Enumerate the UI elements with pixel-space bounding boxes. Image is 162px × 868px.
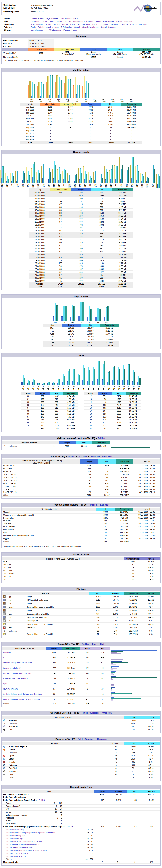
nav-link[interactable]: Versions (100, 23, 108, 25)
nav-link[interactable]: Full list (62, 23, 68, 25)
section-link[interactable]: Full list (82, 643, 89, 645)
value-cell: 993 (91, 247, 112, 250)
page-url-link[interactable]: /ym/comments/feed/ (3, 667, 21, 669)
section-link[interactable]: Full list/Versions (83, 712, 99, 714)
referrer-link[interactable]: http://www.outdoors.org/chapters/narraga… (6, 832, 55, 834)
table-row: 09 Jul 200663290105610.39 MB (29, 215, 133, 218)
nav-link[interactable]: Exit (77, 23, 80, 25)
referrer-link[interactable]: http://www.amc-ny.org (6, 835, 25, 837)
nav-link[interactable]: Search Keyphrases (82, 26, 99, 28)
referrer-link[interactable]: http://www.ct-amc.org (6, 829, 24, 831)
section-link[interactable]: Last visit (78, 455, 87, 458)
referrer-link[interactable]: http://cp.hoster910.com/stats/awstats.ph… (6, 843, 41, 845)
nav-link[interactable]: Days of month (46, 18, 58, 20)
visits-duration-title: Visits duration (2, 553, 160, 556)
origin-full-list-link[interactable]: Full list (67, 826, 73, 828)
section-link[interactable]: Full list (68, 455, 75, 458)
hits-bar (54, 161, 55, 184)
nav-link[interactable]: Last visit (64, 21, 71, 23)
section-link[interactable]: Unknown (102, 712, 112, 714)
nav-link[interactable]: Refering sites (60, 26, 72, 28)
nav-link[interactable]: Miscellaneous (31, 29, 43, 31)
value-cell: 273.85 KB (121, 126, 141, 129)
page-url-link[interactable]: /join_a_trip/paddle/paddle_resources.sht… (3, 698, 40, 700)
day-cell: 31 Jul 2006 (29, 279, 50, 282)
nav-link[interactable]: Countries (31, 21, 39, 23)
nav-link[interactable]: Versions (130, 23, 137, 25)
hits-value: 2873 (124, 748, 142, 751)
nav-link[interactable]: Operating Systems (82, 23, 98, 25)
nav-link[interactable]: Full list (116, 21, 122, 23)
filetype-icon-gif: g (3, 602, 5, 604)
exit-value: 13 (95, 691, 110, 696)
value-cell: 2704 (112, 404, 126, 407)
section-link[interactable]: Full list/Versions (78, 738, 94, 740)
section-link[interactable]: Unresolved IP Address (90, 455, 113, 458)
pages-bar (67, 381, 68, 385)
table-row: Thu329.751326.5014.62 MB (43, 335, 119, 338)
nav-link[interactable]: Days of week (60, 18, 71, 20)
nav-link[interactable]: HTTP Status codes (45, 29, 61, 31)
page-url-link[interactable]: /ym/feed/ (3, 651, 11, 653)
chart-axis-label: 05Jul (16, 184, 19, 188)
day-cell: 26 Jul 2006 (29, 265, 50, 268)
nav-link[interactable]: Hours (74, 18, 79, 20)
nav-link[interactable]: Last visit (124, 21, 132, 23)
page-url-link[interactable]: /ym/ (3, 683, 7, 685)
avg-size-value: 27.52 KB (62, 681, 80, 686)
nav-link[interactable]: Full list (41, 21, 47, 23)
size-hbar (111, 698, 141, 699)
nav-link[interactable]: Robots/Spiders visitors (95, 21, 114, 23)
referrer-link[interactable]: http://www.ricka.org (6, 837, 23, 840)
origin-full-list-link[interactable]: Full list (39, 799, 45, 801)
pages-bar (49, 95, 50, 98)
section-link[interactable]: Entry (92, 643, 97, 645)
table-row: 05 Jul 2006672259738.57 MB (29, 203, 133, 206)
nav-link[interactable]: Hosts (49, 21, 54, 23)
nav-link[interactable]: Refering search engines (38, 26, 58, 28)
referrer-link[interactable]: http://www.amcsem.org (6, 855, 26, 857)
page-url-link[interactable]: /activity_listings/narr_events.shtml (3, 662, 32, 664)
nav-link[interactable]: Search (74, 26, 80, 28)
nav-link[interactable]: Full list (56, 21, 62, 23)
section-link[interactable]: Exit (100, 643, 104, 645)
bandwidth-bar (54, 383, 55, 385)
last-visit-value: 31 Jul 2006 - 08:15 (133, 470, 160, 473)
nav-link[interactable]: Viewed (54, 23, 60, 25)
value-cell: Sun (43, 344, 62, 347)
nav-link[interactable]: Pages not found (64, 29, 77, 31)
referrer-link[interactable]: http://www.a1trails.com/hiking/hk_clne.h… (6, 840, 42, 842)
nav-link[interactable]: Browsers (120, 23, 128, 25)
page-url-link[interactable]: /dummy_link.html (3, 688, 18, 690)
page-url-link[interactable]: / (3, 656, 4, 659)
referrer-link[interactable]: http://ashearer.com/amc/listings/ (6, 846, 33, 848)
referrer-link[interactable]: http://www.datashaping.com/web_rankings.… (6, 849, 47, 851)
nav-link[interactable]: Unknown (110, 23, 118, 25)
dash-separator: - (66, 455, 67, 458)
section-link[interactable]: Last visit (100, 504, 109, 506)
page-url-link[interactable]: /fall_gathering/fall_gathering.html (3, 672, 31, 674)
nav-link[interactable]: Monthly history (31, 18, 43, 20)
nav-link[interactable]: Unknown (139, 23, 147, 25)
nav-link[interactable]: Search Keywords (101, 26, 116, 28)
page-url-link[interactable]: /activity_listings/event_listings_overvi… (3, 693, 42, 695)
browsers-table: BrowsersGrabberHitsPercenteMS Internet E… (2, 742, 160, 779)
section-link[interactable]: Full list (98, 437, 105, 439)
value-cell: 18 (84, 412, 98, 415)
page-url-link[interactable]: /gazette/current_gazette.html (3, 677, 28, 679)
chart-axis-label: Dec2006 (129, 99, 132, 102)
nav-link[interactable]: Entry (70, 23, 75, 25)
nav-link[interactable]: Origin (31, 26, 36, 28)
nav-link[interactable]: File type (45, 23, 52, 25)
filetype-ext: pl (8, 632, 26, 636)
nav-link[interactable]: Unresolved IP Address (73, 21, 93, 23)
nav-link[interactable]: Visits duration (31, 23, 43, 25)
hits-bar (75, 175, 76, 184)
referrer-link[interactable]: http://users.ids.net/~amcri/ (6, 852, 28, 854)
section-link[interactable]: Full list (90, 504, 97, 506)
value-cell: 8.53 MB (112, 235, 133, 238)
section-link[interactable]: Unknown (97, 738, 107, 740)
hits-bar (98, 361, 99, 385)
value-cell: 3.51 MB (112, 191, 133, 194)
value-cell: 19.84 MB (126, 401, 141, 404)
